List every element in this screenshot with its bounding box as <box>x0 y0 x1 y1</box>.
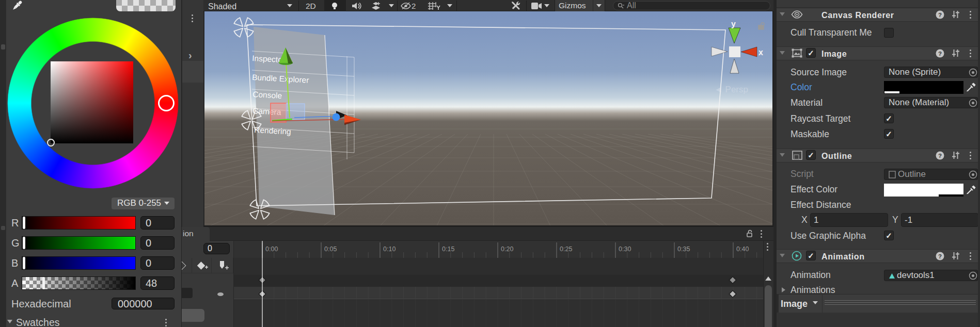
svg-text:?: ? <box>938 253 942 259</box>
svg-text:0:00: 0:00 <box>265 246 278 253</box>
svg-text:0:30: 0:30 <box>619 246 631 253</box>
svg-text:◄ Persp: ◄ Persp <box>714 85 748 94</box>
svg-text:?: ? <box>938 51 942 57</box>
svg-text:0:20: 0:20 <box>501 246 513 253</box>
svg-text:Console: Console <box>252 90 282 100</box>
svg-text:?: ? <box>938 12 942 18</box>
svg-text:0:25: 0:25 <box>560 246 572 253</box>
svg-text:y: y <box>731 20 736 28</box>
svg-text:0:10: 0:10 <box>383 246 396 253</box>
svg-text:0:05: 0:05 <box>324 246 337 253</box>
svg-text:0:35: 0:35 <box>677 246 690 253</box>
svg-text:x: x <box>758 48 763 57</box>
svg-text:0:40: 0:40 <box>736 246 749 253</box>
svg-text:0:15: 0:15 <box>442 246 454 253</box>
svg-text:?: ? <box>938 153 942 159</box>
